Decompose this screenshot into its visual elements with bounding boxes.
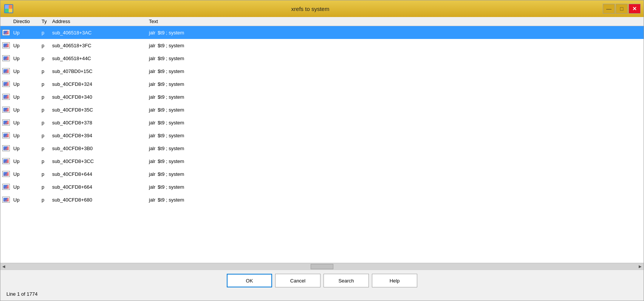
table-row[interactable]: Up p sub_406518+3FC jalr $t9 ; system [0,39,644,52]
table-row[interactable]: Up p sub_40CFD8+340 jalr $t9 ; system [0,90,644,103]
row-icon [0,184,12,190]
horizontal-scrollbar[interactable]: ◀ ▶ [0,263,644,270]
cell-text: jalr $t9 ; system [126,146,644,151]
table-container: Directio Ty Address Text Up p sub_406518… [0,17,644,270]
table-row[interactable]: Up p sub_407BD0+15C jalr $t9 ; system [0,65,644,78]
table-row[interactable]: Up p sub_40CFD8+3CC jalr $t9 ; system [0,155,644,168]
cell-operand: $t9 ; system [158,94,184,100]
window-icon [3,3,14,14]
table-row[interactable]: Up p sub_406518+44C jalr $t9 ; system [0,52,644,65]
xref-icon [2,145,10,151]
table-body[interactable]: Up p sub_406518+3AC jalr $t9 ; system Up… [0,26,644,263]
table-header: Directio Ty Address Text [0,17,644,26]
row-icon [0,81,12,87]
help-button[interactable]: Help [372,274,417,287]
title-bar: xrefs to system — □ ✕ [0,0,644,17]
cell-operand: $t9 ; system [158,171,184,177]
cell-instr: jalr [149,107,155,113]
cell-instr: jalr [149,81,155,87]
cell-type: p [40,107,51,113]
cell-direction: Up [12,30,40,36]
cell-direction: Up [12,158,40,164]
cell-instr: jalr [149,197,155,203]
cell-instr: jalr [149,43,155,48]
cell-address: sub_40CFD8+394 [51,133,126,138]
table-row[interactable]: Up p sub_406518+3AC jalr $t9 ; system [0,26,644,39]
cell-direction: Up [12,94,40,100]
maximize-button[interactable]: □ [616,4,628,14]
cell-operand: $t9 ; system [158,197,184,203]
cell-instr: jalr [149,120,155,126]
svg-rect-2 [9,5,12,9]
table-row[interactable]: Up p sub_40CFD8+35C jalr $t9 ; system [0,103,644,116]
xref-icon [2,171,10,177]
cell-direction: Up [12,43,40,48]
cell-text: jalr $t9 ; system [126,120,644,126]
cell-direction: Up [12,120,40,126]
cell-address: sub_407BD0+15C [51,68,126,74]
table-row[interactable]: Up p sub_40CFD8+378 jalr $t9 ; system [0,116,644,129]
cell-address: sub_406518+3FC [51,43,126,48]
row-icon [0,107,12,113]
cell-direction: Up [12,133,40,138]
scroll-right-button[interactable]: ▶ [637,263,644,270]
search-button[interactable]: Search [324,274,369,287]
window-title: xrefs to system [18,6,603,12]
cell-text: jalr $t9 ; system [126,171,644,177]
cell-type: p [40,171,51,177]
minimize-button[interactable]: — [603,4,615,14]
cell-type: p [40,158,51,164]
scroll-thumb[interactable] [311,264,333,269]
xrefs-window: xrefs to system — □ ✕ Directio Ty Addres… [0,0,644,301]
cell-operand: $t9 ; system [158,146,184,151]
scroll-track[interactable] [7,263,637,270]
table-row[interactable]: Up p sub_40CFD8+680 jalr $t9 ; system [0,193,644,206]
cell-direction: Up [12,68,40,74]
cell-text: jalr $t9 ; system [126,56,644,61]
svg-rect-4 [9,9,12,12]
status-text: Line 1 of 1774 [6,291,37,297]
cell-address: sub_40CFD8+340 [51,94,126,100]
cell-text: jalr $t9 ; system [126,30,644,36]
cell-type: p [40,197,51,203]
table-row[interactable]: Up p sub_40CFD8+3B0 jalr $t9 ; system [0,142,644,155]
row-icon [0,171,12,177]
cell-direction: Up [12,81,40,87]
cell-address: sub_40CFD8+324 [51,81,126,87]
scroll-left-button[interactable]: ◀ [0,263,7,270]
row-icon [0,119,12,126]
cell-address: sub_40CFD8+378 [51,120,126,126]
cell-text: jalr $t9 ; system [126,184,644,190]
table-row[interactable]: Up p sub_40CFD8+324 jalr $t9 ; system [0,78,644,90]
row-icon [0,132,12,138]
xref-icon [2,197,10,203]
cell-instr: jalr [149,94,155,100]
table-row[interactable]: Up p sub_40CFD8+394 jalr $t9 ; system [0,129,644,142]
cell-text: jalr $t9 ; system [126,81,644,87]
close-button[interactable]: ✕ [629,4,641,14]
cell-operand: $t9 ; system [158,120,184,126]
cell-operand: $t9 ; system [158,107,184,113]
table-row[interactable]: Up p sub_40CFD8+644 jalr $t9 ; system [0,168,644,180]
cell-instr: jalr [149,184,155,190]
cancel-button[interactable]: Cancel [275,274,320,287]
svg-rect-1 [5,5,9,9]
cell-instr: jalr [149,68,155,74]
col-header-text: Text [126,19,638,24]
cell-type: p [40,94,51,100]
cell-operand: $t9 ; system [158,184,184,190]
cell-instr: jalr [149,158,155,164]
xref-icon [2,158,10,164]
col-header-address: Address [51,19,126,24]
cell-instr: jalr [149,30,155,36]
xref-icon [2,107,10,113]
status-bar: Line 1 of 1774 [6,291,638,297]
xref-icon [2,55,10,61]
ok-button[interactable]: OK [227,274,272,287]
xref-icon [2,42,10,48]
col-header-direction: Directio [12,19,40,24]
table-row[interactable]: Up p sub_40CFD8+664 jalr $t9 ; system [0,180,644,193]
cell-operand: $t9 ; system [158,158,184,164]
cell-type: p [40,30,51,36]
cell-type: p [40,120,51,126]
